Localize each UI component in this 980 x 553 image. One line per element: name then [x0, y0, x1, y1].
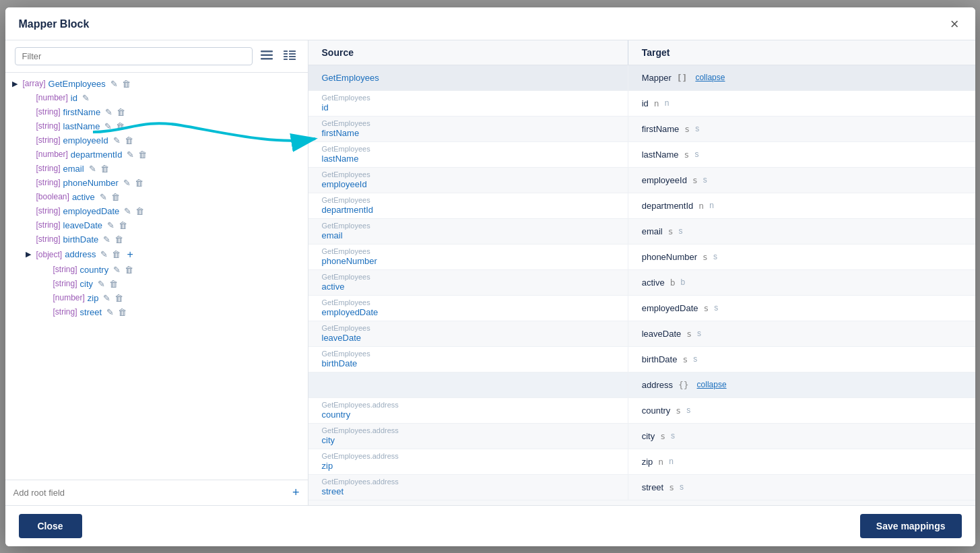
- delete-icon[interactable]: 🗑: [118, 220, 128, 230]
- delete-icon[interactable]: 🗑: [100, 164, 110, 174]
- source-cell: GetEmployeesdepartmentId: [308, 193, 628, 218]
- edit-icon[interactable]: ✎: [104, 107, 113, 117]
- edit-icon[interactable]: ✎: [102, 293, 111, 303]
- edit-icon[interactable]: ✎: [123, 206, 132, 216]
- target-type-bracket: s: [704, 303, 709, 313]
- add-root-plus-button[interactable]: +: [292, 486, 300, 500]
- edit-icon[interactable]: ✎: [102, 234, 111, 245]
- field-name: departmentId: [71, 150, 123, 160]
- delete-icon[interactable]: 🗑: [134, 178, 144, 188]
- edit-icon[interactable]: ✎: [112, 265, 121, 275]
- type-tag: [string]: [53, 307, 77, 317]
- delete-icon[interactable]: 🗑: [110, 192, 121, 202]
- source-label: GetEmployees: [322, 298, 614, 307]
- target-type-bracket: s: [669, 482, 674, 492]
- source-value: email: [322, 230, 614, 240]
- source-value: departmentId: [322, 205, 614, 215]
- tree-toggle[interactable]: ▶: [12, 79, 20, 88]
- target-name: phoneNumber: [642, 252, 697, 262]
- target-cell: activebb: [628, 270, 975, 295]
- list-view-button[interactable]: [258, 48, 275, 65]
- delete-icon[interactable]: 🗑: [111, 249, 121, 259]
- target-name: firstName: [642, 124, 680, 134]
- target-cell: streetss: [628, 475, 975, 500]
- edit-icon[interactable]: ✎: [81, 93, 90, 103]
- source-cell: GetEmployeesemployeeId: [308, 168, 628, 193]
- target-cell: employeeIdss: [628, 168, 975, 193]
- target-cell: lastNamess: [628, 142, 975, 167]
- source-value: active: [322, 282, 614, 292]
- modal-body: ▶[array]GetEmployees✎🗑[number]id✎[string…: [5, 40, 975, 505]
- target-type-bracket: s: [682, 354, 688, 364]
- source-cell: GetEmployees: [308, 65, 628, 90]
- delete-icon[interactable]: 🗑: [108, 279, 119, 289]
- edit-icon[interactable]: ✎: [97, 279, 106, 289]
- mapper-row: GetEmployees.addressstreetstreetss: [308, 475, 975, 500]
- mapper-row: GetEmployees.addresszipzipnn: [308, 449, 975, 475]
- collapse-button[interactable]: collapse: [694, 380, 729, 389]
- tree-actions: ✎🗑: [126, 150, 148, 160]
- field-name: address: [65, 249, 96, 259]
- edit-icon[interactable]: ✎: [110, 79, 119, 89]
- type-tag: [array]: [23, 79, 46, 88]
- mapper-row: GetEmployees.addresscountrycountryss: [308, 398, 975, 424]
- mapper-row: GetEmployeesfirstNamefirstNamess: [308, 117, 975, 142]
- modal-title: Mapper Block: [19, 18, 90, 30]
- delete-icon[interactable]: 🗑: [137, 150, 148, 160]
- tree-item: [boolean]active✎🗑: [5, 190, 308, 204]
- mapper-row: GetEmployeesemployeeIdemployeeIdss: [308, 168, 975, 193]
- filter-input[interactable]: [15, 47, 253, 65]
- edit-icon[interactable]: ✎: [123, 178, 131, 188]
- edit-icon[interactable]: ✎: [100, 249, 108, 259]
- type-tag: [string]: [53, 265, 77, 274]
- tree-actions: ✎🗑: [106, 220, 128, 230]
- tree-item: [string]phoneNumber✎🗑: [5, 176, 308, 190]
- delete-icon[interactable]: 🗑: [124, 265, 134, 275]
- target-type-bracket: s: [676, 405, 681, 416]
- target-name: email: [642, 226, 663, 236]
- tree-actions: ✎🗑: [88, 164, 110, 174]
- source-cell: GetEmployeesemail: [308, 219, 628, 244]
- field-name: GetEmployees: [48, 79, 106, 89]
- modal-footer: Close Save mappings: [5, 505, 975, 546]
- target-type-bracket: s: [686, 329, 692, 339]
- type-tag: [string]: [36, 121, 61, 131]
- target-name: address: [642, 380, 673, 390]
- save-mappings-button[interactable]: Save mappings: [860, 514, 962, 538]
- delete-icon[interactable]: 🗑: [117, 307, 127, 317]
- add-root-field-input[interactable]: [13, 488, 292, 498]
- edit-icon[interactable]: ✎: [112, 135, 121, 145]
- close-button[interactable]: Close: [19, 514, 82, 538]
- delete-icon[interactable]: 🗑: [116, 107, 126, 117]
- delete-icon[interactable]: 🗑: [124, 135, 134, 145]
- edit-icon[interactable]: ✎: [106, 220, 115, 230]
- tree-toggle[interactable]: ▶: [26, 250, 34, 259]
- tree-actions: ✎🗑: [123, 206, 145, 216]
- delete-icon[interactable]: 🗑: [115, 121, 125, 131]
- type-tag: [string]: [36, 178, 61, 187]
- edit-icon[interactable]: ✎: [99, 192, 108, 202]
- left-panel: ▶[array]GetEmployees✎🗑[number]id✎[string…: [5, 40, 308, 505]
- tree-actions: ✎🗑: [104, 121, 125, 131]
- source-cell: GetEmployeesleaveDate: [308, 321, 628, 346]
- edit-icon[interactable]: ✎: [126, 150, 135, 160]
- edit-icon[interactable]: ✎: [106, 307, 115, 317]
- field-name: firstName: [63, 107, 101, 117]
- modal-close-button[interactable]: ×: [948, 17, 962, 32]
- collapse-button[interactable]: collapse: [692, 73, 727, 82]
- delete-icon[interactable]: 🗑: [114, 234, 124, 245]
- add-child-button[interactable]: +: [125, 249, 134, 261]
- edit-icon[interactable]: ✎: [104, 121, 112, 131]
- edit-icon[interactable]: ✎: [88, 164, 97, 174]
- target-header-label: Target: [628, 40, 975, 65]
- mapper-block-modal: Mapper Block × ▶[array]GetEmployees✎🗑[nu…: [5, 7, 975, 546]
- target-type: s: [680, 482, 684, 492]
- target-name: street: [642, 482, 664, 492]
- source-value: employeeId: [322, 179, 614, 189]
- delete-icon[interactable]: 🗑: [121, 79, 131, 89]
- source-value: city: [322, 435, 614, 445]
- source-label: GetEmployees: [322, 196, 614, 205]
- compact-view-button[interactable]: [281, 48, 298, 65]
- delete-icon[interactable]: 🗑: [114, 293, 124, 303]
- delete-icon[interactable]: 🗑: [135, 206, 145, 216]
